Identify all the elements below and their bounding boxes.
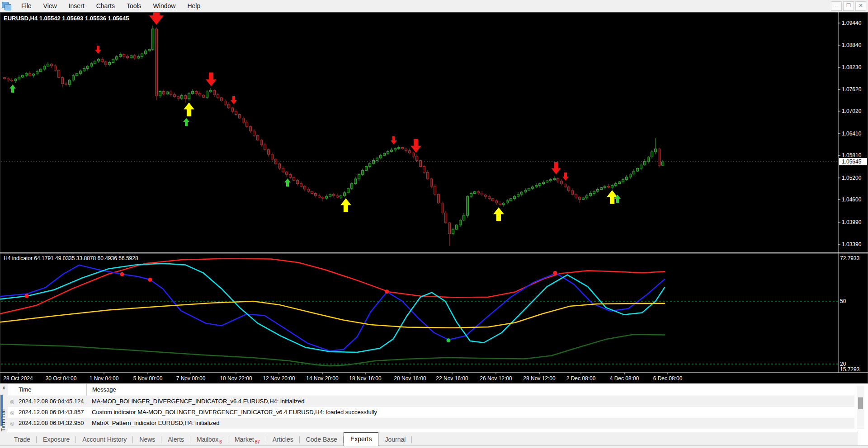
candlestick xyxy=(58,70,60,77)
close-button[interactable]: ✕ xyxy=(855,1,866,11)
tab-articles[interactable]: Articles xyxy=(266,434,300,446)
candlestick xyxy=(33,74,35,75)
menu-insert[interactable]: Insert xyxy=(63,0,90,12)
restore-button[interactable]: ❐ xyxy=(843,1,854,11)
tab-account-history[interactable]: Account History xyxy=(76,434,133,446)
time-axis-label: 14 Nov 20:00 xyxy=(306,375,339,382)
candlestick xyxy=(340,196,342,197)
tab-market[interactable]: Market87 xyxy=(228,434,266,446)
candlestick xyxy=(510,199,512,201)
candlestick xyxy=(474,191,476,193)
candlestick xyxy=(467,196,469,215)
price-axis-label: 1.03390 xyxy=(842,241,862,247)
candlestick xyxy=(586,196,588,198)
menu-file[interactable]: File xyxy=(15,0,38,12)
candlestick xyxy=(14,79,17,81)
terminal-scrollbar[interactable] xyxy=(857,386,864,429)
candlestick xyxy=(166,92,169,94)
candlestick xyxy=(593,191,595,194)
candlestick xyxy=(651,152,653,157)
tab-exposure[interactable]: Exposure xyxy=(37,434,76,446)
minimize-button[interactable]: – xyxy=(831,1,842,11)
tab-alerts[interactable]: Alerts xyxy=(161,434,190,446)
tab-journal[interactable]: Journal xyxy=(378,434,412,446)
mt4-application-window: { "menu": { "items": ["File","View","Ins… xyxy=(0,0,868,448)
terminal-scrollbar-thumb[interactable] xyxy=(858,397,863,409)
signal-arrow-red-down xyxy=(410,139,421,153)
candlestick xyxy=(387,151,389,153)
journal-column-message[interactable]: Message xyxy=(87,384,116,396)
journal-row-time: 2024.12.08 06:04:45.124 xyxy=(17,396,86,407)
candlestick xyxy=(344,193,346,196)
menu-window[interactable]: Window xyxy=(147,0,182,12)
menu-view[interactable]: View xyxy=(38,0,63,12)
signal-arrow-red-down xyxy=(552,162,561,174)
divergence-dot-red xyxy=(25,294,29,298)
candlestick xyxy=(615,184,617,186)
signal-arrow-green-up xyxy=(183,118,189,126)
candlestick xyxy=(398,147,400,148)
candlestick xyxy=(618,182,621,184)
eurusd-h4-chart[interactable]: 1.094401.088401.082301.076201.070201.064… xyxy=(0,12,868,383)
candlestick xyxy=(521,192,523,194)
menu-tools[interactable]: Tools xyxy=(121,0,147,12)
candlestick xyxy=(542,182,545,183)
price-axis-label: 1.09440 xyxy=(842,20,862,26)
candlestick xyxy=(203,95,205,98)
candlestick xyxy=(11,80,13,81)
candlestick xyxy=(391,150,393,151)
candlestick xyxy=(199,93,201,95)
candlestick xyxy=(145,51,147,54)
candlestick xyxy=(640,165,642,168)
time-axis-label: 28 Nov 12:00 xyxy=(523,375,556,382)
menu-bar: FileViewInsertChartsToolsWindowHelp – ❐ … xyxy=(0,0,868,12)
journal-row-message: Custom indicator MA-MOD_BOLINGER_DIVERGE… xyxy=(86,407,377,418)
candlestick xyxy=(224,101,226,104)
divergence-dot-red xyxy=(553,271,557,275)
journal-row[interactable]: ◎2024.12.08 06:04:32.950MatriX_Pattern_i… xyxy=(8,418,854,429)
menu-help[interactable]: Help xyxy=(181,0,206,12)
journal-row[interactable]: ◎2024.12.08 06:04:45.124MA-MOD_BOLINGER_… xyxy=(8,396,854,407)
journal-header-row: Time Message xyxy=(8,384,854,396)
candlestick xyxy=(300,184,302,187)
journal-row[interactable]: ◎2024.12.08 06:04:43.857Custom indicator… xyxy=(8,407,854,418)
candlestick xyxy=(130,56,132,58)
candlestick xyxy=(217,95,219,98)
candlestick xyxy=(575,194,577,197)
tab-mailbox[interactable]: Mailbox6 xyxy=(190,434,228,446)
time-axis-label: 4 Dec 08:00 xyxy=(610,375,639,382)
candlestick xyxy=(163,91,165,94)
terminal-close-icon[interactable]: x xyxy=(1,385,7,391)
candlestick xyxy=(260,140,263,145)
candlestick xyxy=(477,191,480,193)
candlestick xyxy=(597,190,599,191)
candlestick xyxy=(604,186,606,187)
candlestick xyxy=(181,95,183,98)
candlestick xyxy=(383,153,386,155)
tab-code-base[interactable]: Code Base xyxy=(300,434,344,446)
journal-column-time[interactable]: Time xyxy=(17,384,87,396)
tab-experts[interactable]: Experts xyxy=(344,432,378,446)
price-axis-label: 1.08840 xyxy=(842,42,862,48)
time-axis-label: 10 Nov 22:00 xyxy=(220,375,252,382)
menu-charts[interactable]: Charts xyxy=(90,0,121,12)
candlestick xyxy=(365,167,368,171)
journal-table: Time Message ◎2024.12.08 06:04:45.124MA-… xyxy=(8,384,854,429)
candlestick xyxy=(434,186,436,194)
candlestick xyxy=(600,187,603,189)
candlestick xyxy=(108,62,111,65)
candlestick xyxy=(94,61,96,64)
candlestick xyxy=(459,220,462,225)
indicator-line-red-signal xyxy=(0,258,665,313)
candlestick xyxy=(297,180,299,183)
tab-trade[interactable]: Trade xyxy=(8,434,37,446)
chart-window[interactable]: 1.094401.088401.082301.076201.070201.064… xyxy=(0,12,868,383)
signal-arrow-red-down xyxy=(231,96,237,104)
candlestick xyxy=(318,196,321,197)
candlestick xyxy=(7,79,9,80)
candlestick xyxy=(590,193,592,196)
signal-arrow-yellow-up xyxy=(184,103,194,117)
candlestick xyxy=(242,118,245,122)
tab-news[interactable]: News xyxy=(133,434,161,446)
price-axis-label: 1.07620 xyxy=(842,86,862,93)
